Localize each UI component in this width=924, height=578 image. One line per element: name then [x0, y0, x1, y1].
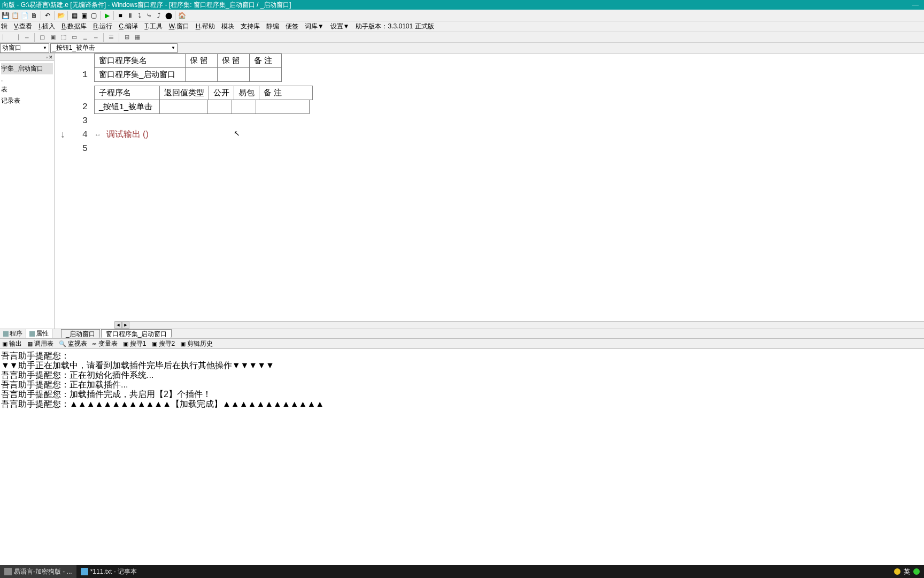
- program-set-row[interactable]: 窗口程序集_启动窗口: [94, 67, 282, 82]
- copy-icon[interactable]: 📋: [11, 11, 19, 20]
- menu-insert[interactable]: I.插入: [38, 22, 55, 31]
- menu-edit[interactable]: 辑: [1, 22, 7, 31]
- tab-program[interactable]: 程序: [0, 329, 26, 338]
- project-tree[interactable]: 宇集_启动窗口 . 表 记录表: [0, 61, 54, 329]
- expand-icon[interactable]: ↔: [94, 131, 101, 139]
- menu-notes[interactable]: 便签: [286, 22, 298, 31]
- menu-run[interactable]: R.运行: [93, 22, 112, 31]
- taskbar-label: *111.txt - 记事本: [90, 567, 137, 576]
- table-cell[interactable]: [208, 100, 232, 113]
- menu-compile[interactable]: C.编译: [119, 22, 138, 31]
- scroll-right-icon[interactable]: ►: [122, 322, 129, 329]
- tab-properties[interactable]: 属性: [26, 329, 52, 338]
- scope-combo[interactable]: 动窗口▼: [0, 43, 49, 53]
- step-into-icon[interactable]: ⤷: [145, 11, 153, 20]
- save-icon[interactable]: 💾: [1, 11, 10, 20]
- stop-icon[interactable]: ■: [116, 11, 125, 20]
- sidebar-pin-icon[interactable]: ▫: [46, 55, 48, 60]
- function-combo[interactable]: _按钮1_被单击▼: [50, 43, 178, 53]
- step-over-icon[interactable]: ⤵: [135, 11, 144, 20]
- table-header: 备 注: [259, 86, 313, 100]
- break-icon[interactable]: ⬤: [164, 11, 173, 20]
- step-out-icon[interactable]: ⤴: [155, 11, 163, 20]
- align1-icon[interactable]: ⎸: [1, 33, 10, 42]
- table-header: 子程序名: [95, 86, 160, 100]
- output-tab-search1[interactable]: ▣搜寻1: [123, 339, 147, 348]
- table-cell[interactable]: [232, 100, 256, 113]
- sidebar-close-icon[interactable]: ✕: [49, 55, 53, 60]
- output-tab-output[interactable]: ▣输出: [2, 339, 22, 348]
- grid2-icon[interactable]: ▣: [80, 11, 88, 20]
- box3-icon[interactable]: ⬚: [59, 33, 68, 42]
- paste-icon[interactable]: 📄: [20, 11, 29, 20]
- output-tab-watch[interactable]: 🔍监视表: [59, 339, 87, 348]
- tree-item[interactable]: 表: [1, 84, 53, 95]
- ime-indicator[interactable]: 英: [904, 567, 910, 576]
- menu-tools[interactable]: T.工具: [144, 22, 162, 31]
- tray-icon[interactable]: [894, 568, 900, 575]
- pause-icon[interactable]: ⏸: [126, 11, 134, 20]
- code-editor[interactable]: 窗口程序集名 保 留 保 留 备 注 1 窗口程序集_启动窗口: [55, 54, 924, 329]
- box4-icon[interactable]: ▭: [70, 33, 79, 42]
- open-icon[interactable]: 📂: [57, 11, 65, 20]
- box2-icon[interactable]: ▣: [49, 33, 57, 42]
- box5-icon[interactable]: ⎽: [81, 33, 89, 42]
- grid1-icon[interactable]: ▦: [70, 11, 79, 20]
- box6-icon[interactable]: ⎼: [91, 33, 100, 42]
- tree-item[interactable]: 记录表: [1, 95, 53, 107]
- code-line[interactable]: ↔ 调试输出 () ↖: [94, 129, 924, 140]
- menu-support[interactable]: 支持库: [241, 22, 260, 31]
- table-cell[interactable]: [160, 100, 208, 113]
- output-line: ▼▼助手正在加载中，请看到加载插件完毕后在执行其他操作▼▼▼▼▼: [1, 361, 923, 370]
- table-cell[interactable]: [186, 67, 218, 81]
- menu-static[interactable]: 静编: [266, 22, 279, 31]
- subroutine-table[interactable]: 子程序名 返回值类型 公开 易包 备 注: [94, 86, 313, 100]
- scroll-left-icon[interactable]: ◄: [114, 322, 122, 329]
- run-icon[interactable]: ▶: [103, 11, 111, 20]
- tree-item[interactable]: .: [1, 74, 53, 84]
- output-line: 吾言助手提醒您：: [1, 351, 923, 361]
- taskbar-item[interactable]: 易语言-加密狗版 - ...: [0, 565, 76, 578]
- grid3-icon[interactable]: ▢: [89, 11, 98, 20]
- output-tab-search2[interactable]: ▣搜寻2: [152, 339, 175, 348]
- editor-tab[interactable]: _启动窗口: [61, 329, 100, 338]
- menu-dict[interactable]: 词库▼: [305, 22, 324, 31]
- output-tab-vars[interactable]: ∞变量表: [93, 339, 118, 348]
- taskbar-item[interactable]: *111.txt - 记事本: [76, 565, 141, 578]
- table-cell[interactable]: [218, 67, 250, 81]
- align3-icon[interactable]: ⎼: [22, 33, 31, 42]
- grid-a-icon[interactable]: ⊞: [122, 33, 131, 42]
- table-icon: ▦: [27, 340, 33, 347]
- tree-item[interactable]: 宇集_启动窗口: [1, 63, 53, 74]
- table-cell[interactable]: [250, 67, 282, 81]
- tabs-row: 程序 属性 _启动窗口 窗口程序集_启动窗口: [0, 329, 924, 338]
- undo-icon[interactable]: ↶: [43, 11, 52, 20]
- doc-icon[interactable]: 🗎: [30, 11, 38, 20]
- code-text[interactable]: 调试输出 (): [106, 130, 149, 139]
- table-header: 易包: [234, 86, 259, 100]
- home-icon[interactable]: 🏠: [178, 11, 186, 20]
- grid-b-icon[interactable]: ▦: [133, 33, 142, 42]
- list-icon[interactable]: ☰: [107, 33, 116, 42]
- box1-icon[interactable]: ▢: [38, 33, 47, 42]
- menu-settings[interactable]: 设置▼: [330, 22, 350, 31]
- menu-help[interactable]: H.帮助: [196, 22, 215, 31]
- menu-window[interactable]: W.窗口: [169, 22, 189, 31]
- editor-tab[interactable]: 窗口程序集_启动窗口: [101, 329, 172, 338]
- table-cell[interactable]: [256, 100, 310, 113]
- align2-icon[interactable]: ⎹: [12, 33, 20, 42]
- output-tab-clip[interactable]: ▣剪辑历史: [180, 339, 213, 348]
- output-panel[interactable]: 吾言助手提醒您： ▼▼助手正在加载中，请看到加载插件完毕后在执行其他操作▼▼▼▼…: [0, 349, 924, 440]
- minimize-button[interactable]: —: [909, 1, 922, 9]
- sidebar-tabs: 程序 属性: [0, 329, 55, 338]
- table-cell[interactable]: 窗口程序集_启动窗口: [95, 67, 186, 81]
- output-tab-calls[interactable]: ▦调用表: [27, 339, 53, 348]
- menu-module[interactable]: 模块: [221, 22, 234, 31]
- horizontal-scrollbar[interactable]: ◄ ►: [114, 321, 924, 329]
- subroutine-row[interactable]: _按钮1_被单击: [94, 100, 310, 114]
- menu-view[interactable]: V.查看: [14, 22, 32, 31]
- tray-icon[interactable]: [913, 568, 920, 575]
- table-cell[interactable]: _按钮1_被单击: [95, 100, 160, 113]
- menu-database[interactable]: B.数据库: [61, 22, 87, 31]
- program-set-table[interactable]: 窗口程序集名 保 留 保 留 备 注: [94, 54, 282, 68]
